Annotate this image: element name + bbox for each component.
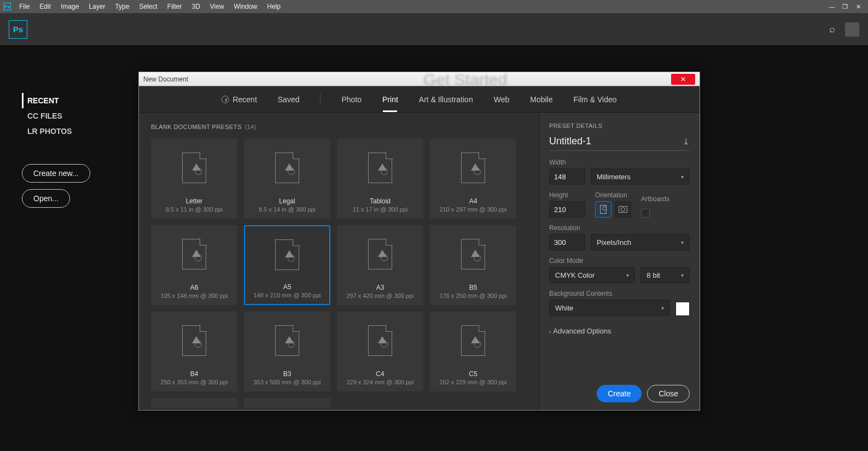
document-icon bbox=[275, 325, 299, 356]
preset-card-a3[interactable]: A3297 x 420 mm @ 300 ppi bbox=[337, 225, 423, 305]
preset-dimensions: 148 x 210 mm @ 300 ppi bbox=[253, 292, 321, 298]
unit-dropdown[interactable]: Millimeters▾ bbox=[591, 168, 690, 185]
orientation-landscape-button[interactable] bbox=[615, 201, 631, 218]
preset-card-tabloid[interactable]: Tabloid11 x 17 in @ 300 ppi bbox=[337, 139, 423, 219]
preset-card-b4[interactable]: B4250 x 353 mm @ 300 ppi bbox=[151, 312, 237, 391]
window-minimize-button[interactable]: — bbox=[825, 0, 838, 13]
account-button[interactable] bbox=[845, 22, 859, 37]
document-icon bbox=[368, 239, 392, 270]
preset-card-a4[interactable]: A4210 x 297 mm @ 300 ppi bbox=[430, 139, 516, 219]
tab-mobile[interactable]: Mobile bbox=[530, 86, 552, 112]
ps-mini-icon: Ps bbox=[3, 3, 11, 10]
chevron-down-icon: ▾ bbox=[681, 272, 684, 278]
menu-3d[interactable]: 3D bbox=[187, 0, 205, 13]
preset-dimensions: 105 x 148 mm @ 300 ppi bbox=[160, 292, 228, 299]
document-icon bbox=[368, 153, 392, 183]
tab-print[interactable]: Print bbox=[382, 86, 398, 112]
tab-label: Film & Video bbox=[573, 95, 616, 104]
tab-art-illustration[interactable]: Art & Illustration bbox=[419, 86, 473, 112]
document-icon bbox=[182, 325, 206, 356]
document-name-input[interactable] bbox=[549, 136, 675, 147]
preset-name: C4 bbox=[376, 370, 384, 378]
create-new-button[interactable]: Create new... bbox=[22, 164, 90, 183]
preset-card-legal[interactable]: Legal8.5 x 14 in @ 300 ppi bbox=[244, 139, 330, 219]
menu-view[interactable]: View bbox=[205, 0, 229, 13]
app-toolbar: Ps ⌕ bbox=[0, 13, 868, 46]
window-close-button[interactable]: ✕ bbox=[852, 0, 865, 13]
close-button[interactable]: Close bbox=[647, 385, 690, 402]
chevron-right-icon: › bbox=[549, 329, 551, 335]
window-restore-button[interactable]: ❐ bbox=[838, 0, 852, 13]
preset-name: B4 bbox=[190, 370, 199, 378]
preset-card-c5[interactable]: C5162 x 229 mm @ 300 ppi bbox=[430, 312, 516, 391]
preset-name: A3 bbox=[376, 284, 385, 291]
menu-image[interactable]: Image bbox=[56, 0, 84, 13]
tab-photo[interactable]: Photo bbox=[341, 86, 362, 112]
home-nav-cc-files[interactable]: CC FILES bbox=[22, 108, 115, 124]
document-icon bbox=[461, 325, 485, 356]
preset-dimensions: 353 x 500 mm @ 300 ppi bbox=[253, 379, 321, 385]
menu-help[interactable]: Help bbox=[262, 0, 286, 13]
preset-dimensions: 11 x 17 in @ 300 ppi bbox=[352, 206, 407, 213]
chevron-down-icon: ▾ bbox=[661, 305, 664, 311]
search-icon[interactable]: ⌕ bbox=[829, 24, 835, 35]
color-mode-dropdown[interactable]: CMYK Color▾ bbox=[549, 267, 635, 283]
tab-saved[interactable]: Saved bbox=[278, 86, 300, 112]
home-nav-recent[interactable]: RECENT bbox=[22, 93, 115, 108]
os-menubar: Ps FileEditImageLayerTypeSelectFilter3DV… bbox=[0, 0, 868, 13]
height-input[interactable] bbox=[549, 201, 585, 218]
tab-recent[interactable]: Recent bbox=[222, 86, 257, 112]
color-depth-dropdown[interactable]: 8 bit▾ bbox=[640, 267, 690, 283]
preset-card-a5[interactable]: A5148 x 210 mm @ 300 ppi bbox=[244, 225, 330, 305]
preset-name: A5 bbox=[283, 283, 292, 291]
menu-edit[interactable]: Edit bbox=[34, 0, 56, 13]
tab-label: Print bbox=[382, 95, 398, 104]
preset-name: Legal bbox=[279, 197, 295, 205]
preset-card-a6[interactable]: A6105 x 148 mm @ 300 ppi bbox=[151, 225, 237, 305]
document-icon bbox=[275, 153, 299, 183]
open-button[interactable]: Open... bbox=[22, 189, 70, 208]
menu-window[interactable]: Window bbox=[229, 0, 263, 13]
resolution-unit-dropdown[interactable]: Pixels/Inch▾ bbox=[591, 234, 690, 250]
save-preset-icon[interactable]: ⤓ bbox=[683, 137, 690, 147]
width-label: Width bbox=[549, 159, 690, 166]
dialog-title-text: New Document bbox=[143, 75, 188, 83]
orientation-label: Orientation bbox=[595, 191, 631, 199]
menu-layer[interactable]: Layer bbox=[84, 0, 110, 13]
color-mode-label: Color Mode bbox=[549, 257, 690, 265]
menu-file[interactable]: File bbox=[14, 0, 34, 13]
preset-details-panel: PRESET DETAILS ⤓ Width Millimeters▾ Heig… bbox=[539, 113, 700, 410]
orientation-portrait-button[interactable] bbox=[595, 201, 611, 218]
tab-label: Recent bbox=[232, 95, 257, 104]
tab-web[interactable]: Web bbox=[494, 86, 510, 112]
artboards-checkbox[interactable] bbox=[641, 209, 650, 218]
height-label: Height bbox=[549, 191, 585, 199]
menu-select[interactable]: Select bbox=[134, 0, 162, 13]
home-nav-lr-photos[interactable]: LR PHOTOS bbox=[22, 124, 115, 139]
document-icon bbox=[182, 153, 206, 183]
preset-card-b3[interactable]: B3353 x 500 mm @ 300 ppi bbox=[244, 312, 330, 391]
menu-type[interactable]: Type bbox=[110, 0, 134, 13]
dialog-close-button[interactable]: ✕ bbox=[671, 74, 695, 85]
preset-card-c4[interactable]: C4229 x 324 mm @ 300 ppi bbox=[337, 312, 423, 391]
preset-card-peek[interactable] bbox=[151, 398, 237, 408]
background-contents-label: Background Contents bbox=[549, 290, 690, 297]
preset-dimensions: 8.5 x 11 in @ 300 ppi bbox=[166, 206, 223, 213]
preset-card-b5[interactable]: B5176 x 250 mm @ 300 ppi bbox=[430, 225, 516, 305]
width-input[interactable] bbox=[549, 168, 585, 185]
background-color-swatch[interactable] bbox=[675, 302, 690, 316]
resolution-input[interactable] bbox=[549, 234, 585, 250]
preset-name: A4 bbox=[469, 197, 477, 205]
tab-film-video[interactable]: Film & Video bbox=[573, 86, 616, 112]
create-button[interactable]: Create bbox=[597, 385, 642, 402]
preset-dimensions: 8.5 x 14 in @ 300 ppi bbox=[259, 206, 316, 213]
advanced-options-toggle[interactable]: ›Advanced Options bbox=[549, 327, 690, 335]
presets-header: BLANK DOCUMENT PRESETS(14) bbox=[151, 124, 527, 130]
clock-icon bbox=[222, 96, 229, 103]
menu-filter[interactable]: Filter bbox=[162, 0, 187, 13]
preset-card-peek[interactable] bbox=[244, 398, 330, 408]
preset-dimensions: 297 x 420 mm @ 300 ppi bbox=[346, 292, 413, 299]
preset-card-letter[interactable]: Letter8.5 x 11 in @ 300 ppi bbox=[151, 139, 237, 219]
ps-logo-icon: Ps bbox=[9, 20, 27, 39]
background-contents-dropdown[interactable]: White▾ bbox=[549, 300, 670, 316]
